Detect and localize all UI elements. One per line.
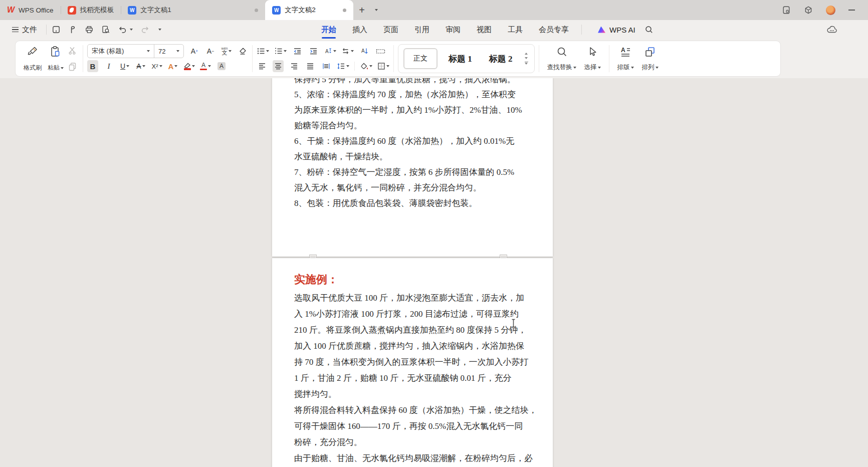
- writer-doc-icon: W: [128, 6, 136, 15]
- char-shading-icon: A: [218, 62, 226, 70]
- style-heading-2[interactable]: 标题 2: [483, 49, 519, 69]
- arrange-icon: [643, 46, 657, 59]
- menu-tab-reference[interactable]: 引用: [414, 22, 430, 38]
- distribute-button[interactable]: [321, 60, 332, 72]
- svg-text:A: A: [361, 48, 365, 54]
- justify-button[interactable]: [305, 60, 316, 72]
- align-center-button[interactable]: [273, 60, 284, 72]
- tab-document-1[interactable]: W 文字文稿1: [121, 0, 265, 20]
- tab-stops-button[interactable]: [375, 45, 386, 57]
- user-avatar[interactable]: [826, 6, 835, 15]
- app-center-cube-icon[interactable]: [804, 6, 813, 15]
- new-tab-button[interactable]: +: [353, 0, 370, 20]
- search-icon[interactable]: [644, 25, 654, 34]
- bullet-list-icon: [257, 47, 265, 55]
- text-direction-button[interactable]: A: [324, 45, 336, 57]
- text-cursor-pointer: [511, 319, 516, 328]
- pinyin-guide-button[interactable]: wén 文: [221, 45, 232, 57]
- document-page-1[interactable]: 保持约 5 分钟，加入等重量优质蔗糖，搅匀，抽入浓缩锅。 5、浓缩：保持温度约 …: [272, 78, 553, 257]
- decrease-font-button[interactable]: A−: [205, 45, 216, 57]
- document-canvas[interactable]: 保持约 5 分钟，加入等重量优质蔗糖，搅匀，抽入浓缩锅。 5、浓缩：保持温度约 …: [0, 78, 868, 467]
- superscript-button[interactable]: X²: [151, 60, 162, 72]
- numbered-list-button[interactable]: [274, 45, 287, 57]
- export-pdf-button[interactable]: [68, 25, 77, 34]
- undo-button[interactable]: [118, 25, 133, 34]
- menu-tab-tools[interactable]: 工具: [507, 22, 523, 38]
- align-left-button[interactable]: [257, 60, 268, 72]
- format-painter-button[interactable]: 格式刷: [21, 44, 45, 74]
- sort-button[interactable]: A: [359, 45, 370, 57]
- menu-tab-insert[interactable]: 插入: [352, 22, 368, 38]
- copy-icon[interactable]: [68, 62, 78, 72]
- mobile-device-icon[interactable]: [782, 6, 791, 15]
- menu-tab-page[interactable]: 页面: [383, 22, 399, 38]
- menu-tab-member[interactable]: 会员专享: [538, 22, 569, 38]
- char-shading-button[interactable]: A: [216, 60, 227, 72]
- menu-tabs: 开始 插入 页面 引用 审阅 视图 工具 会员专享: [321, 22, 569, 38]
- tab-bar: W WPS Office 找稻壳模板 W 文字文稿1 W 文字文稿2 +: [0, 0, 868, 20]
- document-line: 搅拌均匀。: [294, 386, 540, 402]
- select-label: 选择: [584, 63, 597, 72]
- style-normal[interactable]: 正文: [403, 48, 438, 69]
- font-size-select[interactable]: 72: [154, 45, 183, 58]
- borders-button[interactable]: [377, 60, 389, 72]
- ribbon-panel: 格式刷 粘贴: [15, 41, 781, 77]
- file-menu-label: 文件: [22, 25, 37, 35]
- style-heading-1[interactable]: 标题 1: [443, 49, 478, 69]
- font-family-select[interactable]: 宋体 (标题): [88, 45, 154, 58]
- paragraph-group: A A: [257, 44, 389, 74]
- menu-tab-home[interactable]: 开始: [321, 22, 337, 38]
- italic-button[interactable]: I: [103, 60, 114, 72]
- highlight-color-button[interactable]: [183, 60, 195, 72]
- bullet-list-button[interactable]: [257, 45, 269, 57]
- font-color-icon: A: [200, 62, 207, 70]
- line-spacing-icon: [337, 63, 345, 70]
- tab-wps-home[interactable]: W WPS Office: [0, 0, 61, 20]
- wps-ai-button[interactable]: WPS AI: [598, 26, 635, 34]
- redo-button-disabled[interactable]: [140, 25, 150, 34]
- divider: [354, 62, 355, 71]
- find-replace-button[interactable]: 查找替换: [543, 44, 580, 74]
- cjk-layout-button[interactable]: [341, 45, 354, 57]
- tab-document-2[interactable]: W 文字文稿2: [265, 0, 353, 20]
- typeset-button[interactable]: A 排版: [613, 44, 638, 74]
- tab-list-button[interactable]: [370, 0, 381, 20]
- decrease-indent-button[interactable]: [292, 45, 303, 57]
- text-effect-button[interactable]: A: [167, 60, 178, 72]
- save-button[interactable]: [52, 25, 61, 34]
- text-effect-icon: A: [168, 62, 174, 71]
- gallery-scroll-down-button[interactable]: [525, 57, 528, 59]
- align-right-button[interactable]: [289, 60, 300, 72]
- align-right-icon: [290, 63, 298, 70]
- file-menu-button[interactable]: 文件: [8, 23, 41, 37]
- clear-format-button[interactable]: [237, 45, 248, 57]
- document-page-2[interactable]: 实施例： 选取风干优质大豆 100 斤，加水浸泡至膨大适宜，沥去水，加入 1%小…: [272, 258, 553, 467]
- titlebar-controls: [782, 0, 868, 20]
- bold-button[interactable]: B: [87, 60, 98, 72]
- print-preview-button[interactable]: [101, 25, 110, 34]
- print-button[interactable]: [85, 25, 94, 34]
- gallery-scroll-up-button[interactable]: [525, 53, 528, 55]
- minimize-button[interactable]: [848, 10, 855, 11]
- chevron-down-icon: [142, 65, 145, 67]
- tab-docer-templates[interactable]: 找稻壳模板: [61, 0, 121, 20]
- menu-tab-review[interactable]: 审阅: [445, 22, 461, 38]
- increase-font-button[interactable]: A+: [189, 45, 200, 57]
- chevron-down-icon: [192, 65, 195, 67]
- increase-indent-button[interactable]: [308, 45, 319, 57]
- shading-button[interactable]: [360, 60, 372, 72]
- underline-button[interactable]: U: [119, 60, 130, 72]
- gallery-more-button[interactable]: [525, 62, 528, 65]
- customize-quick-toolbar-button[interactable]: [157, 29, 161, 31]
- strikethrough-button[interactable]: A: [135, 60, 146, 72]
- chevron-down-icon: [229, 50, 232, 52]
- cloud-sync-status-button[interactable]: [826, 24, 838, 36]
- pinyin-guide-icon: wén 文: [222, 47, 228, 56]
- select-button[interactable]: 选择: [580, 44, 605, 74]
- paste-button[interactable]: 粘贴: [45, 44, 67, 74]
- cut-icon[interactable]: [68, 46, 78, 56]
- menu-tab-view[interactable]: 视图: [476, 22, 492, 38]
- arrange-button[interactable]: 排列: [638, 44, 663, 74]
- line-spacing-button[interactable]: [337, 60, 349, 72]
- font-color-button[interactable]: A: [200, 60, 211, 72]
